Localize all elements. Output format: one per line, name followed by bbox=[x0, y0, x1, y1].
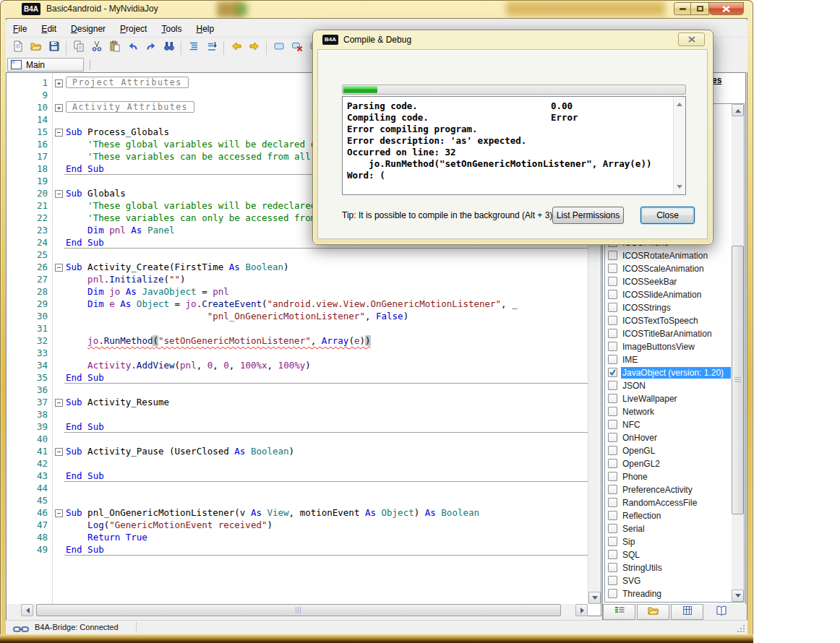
close-button[interactable] bbox=[709, 2, 744, 15]
log-scrollbar[interactable] bbox=[673, 97, 685, 194]
library-item[interactable]: ICOSRotateAnimation bbox=[607, 249, 732, 262]
scroll-left-button[interactable] bbox=[21, 604, 33, 616]
checkbox[interactable] bbox=[608, 316, 617, 325]
library-item[interactable]: ICOSStrings bbox=[607, 301, 732, 314]
fold-marker[interactable]: − bbox=[55, 448, 63, 456]
checkbox[interactable] bbox=[608, 407, 617, 416]
remove-view-button[interactable] bbox=[288, 40, 306, 56]
dialog-close-action-button[interactable]: Close bbox=[640, 207, 695, 224]
collapsed-region[interactable]: Activity Attributes bbox=[66, 101, 194, 113]
help-tab[interactable] bbox=[705, 604, 737, 620]
checkbox[interactable] bbox=[608, 290, 617, 299]
library-item[interactable]: Threading bbox=[607, 587, 732, 600]
collapsed-region[interactable]: Project Attributes bbox=[66, 77, 189, 88]
fold-marker[interactable]: − bbox=[55, 190, 63, 198]
fold-marker[interactable]: + bbox=[55, 79, 63, 87]
library-item[interactable]: Sip bbox=[607, 535, 732, 548]
scroll-down-button[interactable] bbox=[588, 592, 601, 604]
menu-help[interactable]: Help bbox=[189, 22, 221, 36]
save-button[interactable] bbox=[45, 40, 63, 56]
minimize-button[interactable] bbox=[674, 2, 691, 15]
checkbox[interactable] bbox=[608, 342, 617, 351]
checkbox[interactable] bbox=[608, 394, 617, 403]
menu-file[interactable]: File bbox=[6, 22, 34, 36]
checkbox[interactable] bbox=[608, 550, 617, 559]
redo-button[interactable] bbox=[142, 40, 160, 56]
scroll-up-button[interactable] bbox=[732, 104, 744, 116]
fold-marker[interactable]: − bbox=[55, 509, 63, 517]
back-button[interactable] bbox=[227, 40, 245, 56]
checkbox[interactable] bbox=[608, 277, 617, 286]
checkbox[interactable] bbox=[608, 589, 617, 598]
checkbox[interactable] bbox=[608, 303, 617, 312]
libraries-scroll-thumb[interactable] bbox=[732, 246, 744, 514]
title-bar[interactable]: B4A Basic4android - MyNvidiaJoy bbox=[0, 0, 753, 18]
list-permissions-button[interactable]: List Permissions bbox=[552, 207, 624, 224]
library-item[interactable]: OnHover bbox=[607, 431, 732, 444]
library-item[interactable]: ICOSScaleAnimation bbox=[607, 262, 732, 275]
editor-horizontal-scrollbar[interactable] bbox=[21, 604, 588, 616]
library-item[interactable]: Reflection bbox=[607, 509, 732, 522]
fold-marker[interactable]: + bbox=[55, 104, 63, 112]
menu-tools[interactable]: Tools bbox=[154, 22, 189, 36]
checkbox[interactable] bbox=[608, 472, 617, 481]
library-item[interactable]: LiveWallpaper bbox=[607, 392, 732, 405]
library-item[interactable]: PreferenceActivity bbox=[607, 483, 732, 496]
library-item[interactable]: ICOSTextToSpeech bbox=[607, 314, 732, 327]
forward-button[interactable] bbox=[245, 40, 263, 56]
new-document-button[interactable] bbox=[9, 40, 27, 56]
checkbox[interactable] bbox=[608, 251, 617, 260]
fold-marker[interactable]: − bbox=[55, 264, 63, 272]
find-button[interactable] bbox=[160, 40, 178, 56]
modules-tab[interactable] bbox=[671, 604, 703, 620]
undo-button[interactable] bbox=[124, 40, 142, 56]
tab-main[interactable]: Main bbox=[7, 58, 84, 72]
fold-marker[interactable]: − bbox=[55, 399, 63, 407]
designer-views-button[interactable] bbox=[270, 40, 288, 56]
maximize-button[interactable] bbox=[691, 2, 709, 15]
menu-project[interactable]: Project bbox=[113, 22, 154, 36]
checkbox[interactable] bbox=[608, 420, 617, 429]
library-item[interactable]: NFC bbox=[607, 418, 732, 431]
checkbox-checked[interactable] bbox=[608, 368, 617, 377]
checkbox[interactable] bbox=[608, 537, 617, 546]
library-item[interactable]: SQL bbox=[607, 548, 732, 561]
checkbox[interactable] bbox=[608, 264, 617, 273]
library-item[interactable]: Network bbox=[607, 405, 732, 418]
libraries-tab[interactable] bbox=[603, 604, 635, 620]
library-item[interactable]: OpenGL bbox=[607, 444, 732, 457]
library-item[interactable]: JSON bbox=[607, 379, 732, 392]
library-item[interactable]: OpenGL2 bbox=[607, 457, 732, 470]
checkbox[interactable] bbox=[608, 576, 617, 585]
library-item[interactable]: IME bbox=[607, 353, 732, 366]
compile-log-list[interactable]: Parsing code.0.00Compiling code.ErrorErr… bbox=[342, 96, 686, 195]
fold-marker[interactable]: − bbox=[55, 129, 63, 137]
scroll-right-button[interactable] bbox=[575, 604, 588, 616]
horizontal-scroll-thumb[interactable] bbox=[36, 604, 561, 616]
checkbox[interactable] bbox=[608, 329, 617, 338]
library-item[interactable]: Phone bbox=[607, 470, 732, 483]
checkbox[interactable] bbox=[608, 524, 617, 533]
menu-designer[interactable]: Designer bbox=[64, 22, 113, 36]
checkbox[interactable] bbox=[608, 498, 617, 507]
libraries-scrollbar[interactable] bbox=[732, 104, 744, 602]
dialog-close-button[interactable] bbox=[678, 33, 705, 46]
library-item[interactable]: ICOSTitleBarAnimation bbox=[607, 327, 732, 340]
library-item[interactable]: ICOSSeekBar bbox=[607, 275, 732, 288]
indent-button[interactable] bbox=[184, 40, 202, 56]
scroll-down-button[interactable] bbox=[732, 590, 744, 602]
menu-edit[interactable]: Edit bbox=[34, 22, 64, 36]
library-item[interactable]: ICOSSlideAnimation bbox=[607, 288, 732, 301]
outdent-button[interactable] bbox=[202, 40, 220, 56]
resize-grip[interactable] bbox=[737, 624, 745, 632]
checkbox[interactable] bbox=[608, 563, 617, 572]
splitter-handle[interactable] bbox=[7, 604, 22, 616]
open-folder-button[interactable] bbox=[27, 40, 45, 56]
library-item[interactable]: StringUtils bbox=[607, 561, 732, 574]
cut-button[interactable] bbox=[87, 40, 106, 56]
copy-button[interactable] bbox=[69, 40, 87, 56]
library-item[interactable]: Serial bbox=[607, 522, 732, 535]
library-item[interactable]: ImageButtonsView bbox=[607, 340, 732, 353]
checkbox[interactable] bbox=[608, 446, 617, 455]
library-item[interactable]: JavaObject (version: 1.20) bbox=[607, 366, 732, 379]
